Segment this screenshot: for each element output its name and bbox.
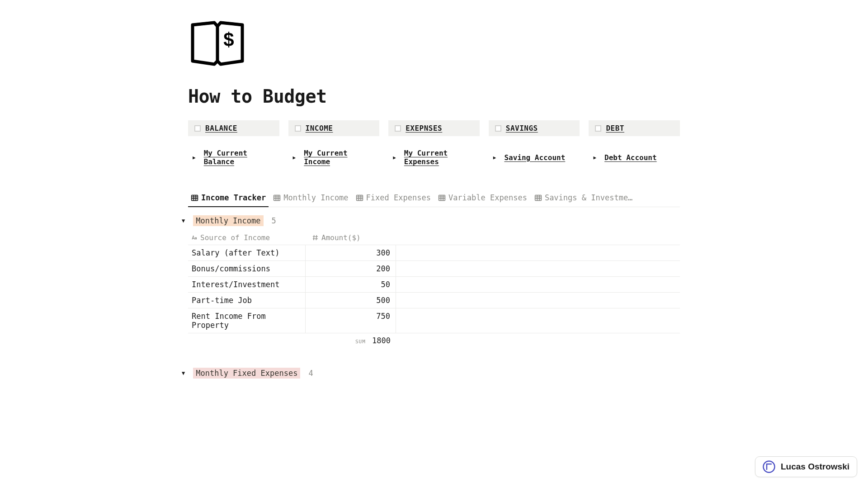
svg-rect-3 [356, 195, 363, 200]
triangle-right-icon: ▶ [293, 155, 296, 161]
table-icon [438, 194, 446, 202]
cell-source[interactable]: Bonus/commissions [188, 261, 306, 276]
income-table: Source of Income Amount($) Salary (after… [188, 231, 680, 354]
page-placeholder-icon [495, 125, 501, 132]
table-row[interactable]: Bonus/commissions 200 [188, 261, 680, 277]
category-label: SAVINGS [506, 124, 538, 133]
tab-monthly-income[interactable]: Monthly Income [270, 190, 351, 207]
triangle-right-icon: ▶ [193, 155, 196, 161]
tab-label: Fixed Expenses [366, 193, 431, 202]
group-badge: Monthly Fixed Expenses [193, 368, 300, 379]
toggle-debt-account[interactable]: ▶ Debt Account [589, 147, 680, 168]
cell-empty [396, 308, 680, 333]
cell-source[interactable]: Salary (after Text) [188, 245, 306, 261]
table-row[interactable]: Salary (after Text) 300 [188, 245, 680, 261]
table-icon [534, 194, 542, 202]
toggle-row: ▶ My Current Balance ▶ My Current Income… [188, 147, 680, 168]
toggle-current-expenses[interactable]: ▶ My Current Expenses [388, 147, 480, 168]
cell-amount[interactable]: 200 [306, 261, 396, 276]
category-label: EXEPNSES [406, 124, 442, 133]
cell-empty [396, 261, 680, 276]
tab-savings-investments[interactable]: Savings & Investme… [532, 190, 635, 207]
column-label: Amount($) [321, 233, 361, 242]
toggle-label: My Current Expenses [404, 149, 475, 166]
table-icon [356, 194, 363, 202]
tab-variable-expenses[interactable]: Variable Expenses [435, 190, 530, 207]
tab-label: Income Tracker [201, 193, 266, 202]
category-income[interactable]: INCOME [288, 120, 380, 136]
category-savings[interactable]: SAVINGS [489, 120, 580, 136]
group-count: 5 [272, 216, 276, 225]
table-footer: SUM 1800 [188, 333, 680, 354]
table-row[interactable]: Part-time Job 500 [188, 293, 680, 308]
triangle-down-icon[interactable]: ▼ [182, 218, 185, 224]
toggle-current-balance[interactable]: ▶ My Current Balance [188, 147, 279, 168]
cell-source[interactable]: Interest/Investment [188, 277, 306, 292]
cell-amount[interactable]: 300 [306, 245, 396, 261]
column-header-source[interactable]: Source of Income [188, 233, 306, 242]
number-hash-icon [312, 234, 319, 241]
toggle-label: Debt Account [604, 153, 657, 162]
category-label: DEBT [606, 124, 624, 133]
triangle-down-icon[interactable]: ▼ [182, 370, 185, 376]
group-badge: Monthly Income [193, 215, 263, 226]
text-type-icon [191, 234, 198, 241]
column-label: Source of Income [200, 233, 270, 242]
svg-rect-4 [439, 195, 445, 200]
sum-cell[interactable]: SUM 1800 [188, 336, 396, 345]
page-title[interactable]: How to Budget [188, 86, 680, 107]
tab-income-tracker[interactable]: Income Tracker [188, 190, 269, 207]
toggle-label: My Current Income [304, 149, 375, 166]
category-balance[interactable]: BALANCE [188, 120, 279, 136]
page-placeholder-icon [595, 125, 601, 132]
cell-amount[interactable]: 50 [306, 277, 396, 292]
svg-rect-2 [274, 195, 280, 200]
toggle-label: My Current Balance [204, 149, 275, 166]
group-header-monthly-income[interactable]: ▼ Monthly Income 5 [188, 215, 680, 226]
cell-source[interactable]: Part-time Job [188, 293, 306, 308]
table-row[interactable]: Rent Income From Property 750 [188, 308, 680, 333]
page-book-dollar-icon[interactable]: $ [188, 18, 247, 68]
cell-empty [396, 293, 680, 308]
sum-label: SUM [355, 339, 366, 345]
group-header-fixed-expenses[interactable]: ▼ Monthly Fixed Expenses 4 [188, 368, 680, 379]
tab-label: Monthly Income [283, 193, 348, 202]
cell-source[interactable]: Rent Income From Property [188, 308, 306, 333]
svg-rect-5 [535, 195, 541, 200]
table-header: Source of Income Amount($) [188, 231, 680, 245]
sum-value: 1800 [372, 336, 391, 345]
category-row: BALANCE INCOME EXEPNSES SAVINGS DEBT [188, 120, 680, 136]
cell-amount[interactable]: 500 [306, 293, 396, 308]
table-icon [191, 194, 198, 202]
svg-text:$: $ [223, 29, 234, 50]
category-debt[interactable]: DEBT [589, 120, 680, 136]
triangle-right-icon: ▶ [493, 155, 496, 161]
tab-label: Variable Expenses [448, 193, 527, 202]
cell-empty [396, 245, 680, 261]
triangle-right-icon: ▶ [393, 155, 396, 161]
cell-amount[interactable]: 750 [306, 308, 396, 333]
toggle-saving-account[interactable]: ▶ Saving Account [489, 147, 580, 168]
tab-fixed-expenses[interactable]: Fixed Expenses [353, 190, 434, 207]
toggle-current-income[interactable]: ▶ My Current Income [288, 147, 380, 168]
database-tabs: Income Tracker Monthly Income Fixed Expe… [188, 190, 680, 207]
page-placeholder-icon [395, 125, 401, 132]
triangle-right-icon: ▶ [593, 155, 596, 161]
page-placeholder-icon [194, 125, 201, 132]
toggle-label: Saving Account [504, 153, 565, 162]
svg-rect-1 [192, 195, 198, 200]
cell-empty [396, 277, 680, 292]
group-count: 4 [308, 369, 313, 378]
tab-label: Savings & Investme… [545, 193, 632, 202]
category-expenses[interactable]: EXEPNSES [388, 120, 480, 136]
table-icon [273, 194, 281, 202]
table-row[interactable]: Interest/Investment 50 [188, 277, 680, 293]
page-placeholder-icon [295, 125, 301, 132]
category-label: INCOME [306, 124, 333, 133]
column-header-amount[interactable]: Amount($) [306, 233, 396, 242]
category-label: BALANCE [205, 124, 237, 133]
